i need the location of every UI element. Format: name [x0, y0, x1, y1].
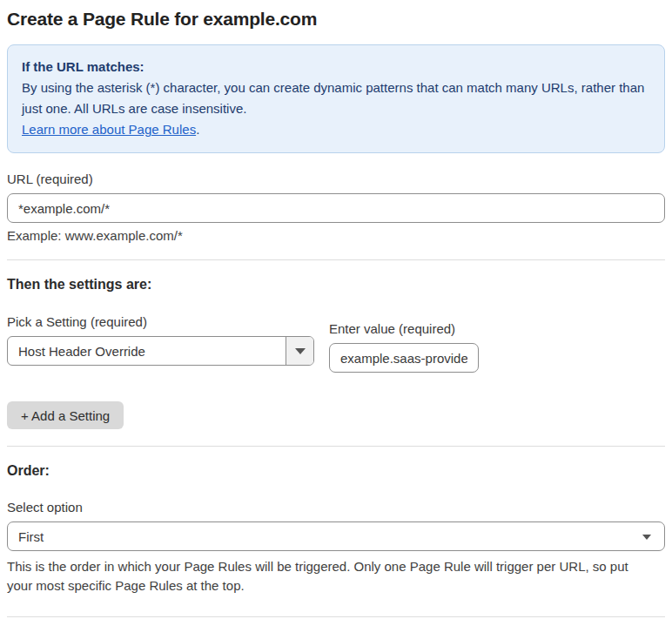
- order-select[interactable]: First: [7, 521, 665, 551]
- info-box-heading: If the URL matches:: [22, 57, 650, 77]
- url-input[interactable]: [7, 193, 665, 223]
- pick-setting-column: Pick a Setting (required) Host Header Ov…: [7, 314, 314, 373]
- divider: [7, 259, 665, 260]
- page-title: Create a Page Rule for example.com: [7, 9, 665, 30]
- pick-setting-selected-value: Host Header Override: [8, 337, 286, 365]
- divider: [7, 446, 665, 447]
- url-field-label: URL (required): [7, 172, 665, 186]
- setting-row: Pick a Setting (required) Host Header Ov…: [7, 314, 665, 373]
- order-section-heading: Order:: [7, 463, 665, 479]
- enter-value-column: Enter value (required): [329, 321, 479, 373]
- settings-section-heading: Then the settings are:: [7, 277, 665, 293]
- url-match-info-box: If the URL matches: By using the asteris…: [7, 44, 665, 153]
- enter-value-label: Enter value (required): [329, 321, 479, 336]
- add-setting-button[interactable]: + Add a Setting: [7, 401, 124, 429]
- order-selected-value: First: [18, 529, 44, 544]
- info-box-link-line: Learn more about Page Rules.: [22, 119, 650, 140]
- pick-setting-select[interactable]: Host Header Override: [7, 336, 314, 366]
- learn-more-link[interactable]: Learn more about Page Rules: [22, 122, 196, 137]
- divider: [7, 616, 665, 617]
- info-box-body: By using the asterisk (*) character, you…: [22, 77, 650, 119]
- chevron-down-icon: [642, 535, 651, 540]
- pick-setting-label: Pick a Setting (required): [7, 314, 314, 329]
- order-select-label: Select option: [7, 500, 665, 515]
- setting-value-input[interactable]: [329, 343, 479, 373]
- chevron-down-icon: [286, 337, 313, 365]
- order-help-text: This is the order in which your Page Rul…: [7, 557, 651, 595]
- url-example-hint: Example: www.example.com/*: [7, 228, 665, 243]
- create-page-rule-form: Create a Page Rule for example.com If th…: [0, 0, 672, 619]
- caret-glyph: [295, 348, 306, 354]
- link-period: .: [196, 122, 199, 137]
